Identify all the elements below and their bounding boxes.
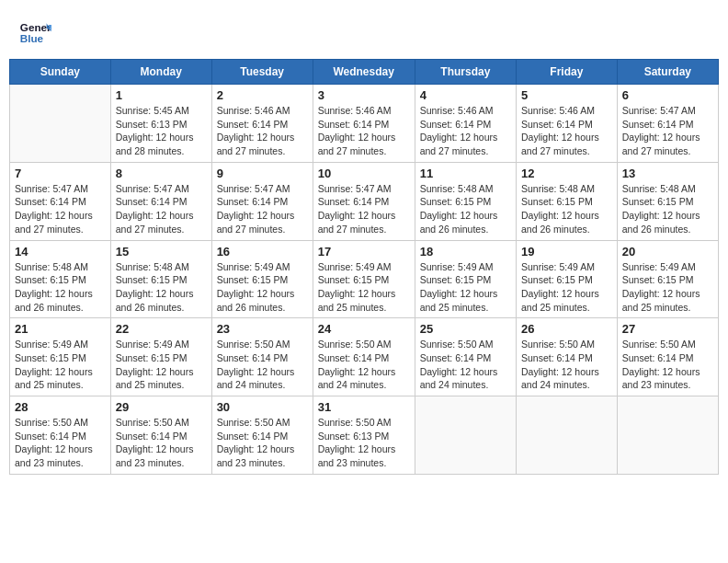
calendar-cell: 26Sunrise: 5:50 AMSunset: 6:14 PMDayligh… (517, 318, 618, 396)
day-number: 14 (15, 245, 106, 259)
day-number: 13 (622, 167, 713, 180)
day-info: Sunrise: 5:50 AMSunset: 6:14 PMDaylight:… (521, 338, 612, 392)
calendar-cell: 15Sunrise: 5:48 AMSunset: 6:15 PMDayligh… (110, 240, 211, 318)
day-info: Sunrise: 5:50 AMSunset: 6:14 PMDaylight:… (318, 338, 410, 392)
day-number: 3 (318, 88, 410, 102)
day-number: 12 (521, 167, 612, 180)
calendar-cell: 16Sunrise: 5:49 AMSunset: 6:15 PMDayligh… (211, 240, 313, 318)
day-info: Sunrise: 5:48 AMSunset: 6:15 PMDaylight:… (521, 182, 612, 236)
calendar-cell: 24Sunrise: 5:50 AMSunset: 6:14 PMDayligh… (313, 318, 415, 396)
calendar-cell (617, 396, 718, 475)
calendar-cell: 27Sunrise: 5:50 AMSunset: 6:14 PMDayligh… (617, 318, 718, 396)
day-info: Sunrise: 5:49 AMSunset: 6:15 PMDaylight:… (116, 338, 207, 392)
calendar-cell: 2Sunrise: 5:46 AMSunset: 6:14 PMDaylight… (211, 85, 313, 163)
header: General Blue (9, 9, 719, 53)
day-info: Sunrise: 5:50 AMSunset: 6:13 PMDaylight:… (318, 416, 410, 470)
day-number: 26 (521, 322, 612, 336)
calendar-cell: 5Sunrise: 5:46 AMSunset: 6:14 PMDaylight… (517, 85, 618, 163)
day-info: Sunrise: 5:47 AMSunset: 6:14 PMDaylight:… (622, 104, 713, 158)
calendar-cell: 20Sunrise: 5:49 AMSunset: 6:15 PMDayligh… (617, 240, 718, 318)
column-header-friday: Friday (517, 60, 618, 85)
day-number: 9 (217, 167, 308, 180)
day-info: Sunrise: 5:50 AMSunset: 6:14 PMDaylight:… (420, 338, 511, 392)
day-number: 22 (116, 322, 207, 336)
day-info: Sunrise: 5:49 AMSunset: 6:15 PMDaylight:… (420, 260, 511, 315)
day-number: 11 (420, 167, 511, 180)
day-number: 10 (318, 167, 410, 180)
day-info: Sunrise: 5:49 AMSunset: 6:15 PMDaylight:… (622, 260, 713, 315)
logo: General Blue (18, 17, 51, 50)
column-header-sunday: Sunday (10, 60, 111, 85)
calendar-cell: 19Sunrise: 5:49 AMSunset: 6:15 PMDayligh… (517, 240, 618, 318)
calendar-cell (10, 85, 111, 163)
week-row-5: 28Sunrise: 5:50 AMSunset: 6:14 PMDayligh… (10, 396, 719, 475)
calendar-cell: 17Sunrise: 5:49 AMSunset: 6:15 PMDayligh… (313, 240, 415, 318)
day-number: 27 (622, 322, 713, 336)
day-info: Sunrise: 5:46 AMSunset: 6:14 PMDaylight:… (420, 104, 511, 158)
column-header-thursday: Thursday (415, 60, 516, 85)
day-info: Sunrise: 5:46 AMSunset: 6:14 PMDaylight:… (521, 104, 612, 158)
calendar-cell: 14Sunrise: 5:48 AMSunset: 6:15 PMDayligh… (10, 240, 111, 318)
calendar-cell: 31Sunrise: 5:50 AMSunset: 6:13 PMDayligh… (313, 396, 415, 475)
calendar-cell: 29Sunrise: 5:50 AMSunset: 6:14 PMDayligh… (110, 396, 211, 475)
column-header-monday: Monday (110, 60, 211, 85)
calendar-cell: 9Sunrise: 5:47 AMSunset: 6:14 PMDaylight… (211, 162, 313, 240)
day-number: 6 (622, 88, 713, 102)
day-info: Sunrise: 5:50 AMSunset: 6:14 PMDaylight:… (217, 416, 308, 470)
week-row-4: 21Sunrise: 5:49 AMSunset: 6:15 PMDayligh… (10, 318, 719, 396)
day-info: Sunrise: 5:48 AMSunset: 6:15 PMDaylight:… (420, 182, 511, 236)
day-number: 7 (15, 167, 106, 180)
day-info: Sunrise: 5:48 AMSunset: 6:15 PMDaylight:… (15, 260, 106, 315)
day-info: Sunrise: 5:50 AMSunset: 6:14 PMDaylight:… (217, 338, 308, 392)
calendar-cell: 10Sunrise: 5:47 AMSunset: 6:14 PMDayligh… (313, 162, 415, 240)
column-header-saturday: Saturday (617, 60, 718, 85)
day-info: Sunrise: 5:49 AMSunset: 6:15 PMDaylight:… (521, 260, 612, 315)
day-info: Sunrise: 5:46 AMSunset: 6:14 PMDaylight:… (217, 104, 308, 158)
day-info: Sunrise: 5:49 AMSunset: 6:15 PMDaylight:… (318, 260, 410, 315)
day-info: Sunrise: 5:48 AMSunset: 6:15 PMDaylight:… (622, 182, 713, 236)
day-number: 23 (217, 322, 308, 336)
day-number: 2 (217, 88, 308, 102)
day-info: Sunrise: 5:47 AMSunset: 6:14 PMDaylight:… (318, 182, 410, 236)
day-info: Sunrise: 5:50 AMSunset: 6:14 PMDaylight:… (622, 338, 713, 392)
day-number: 8 (116, 167, 207, 180)
calendar-cell: 7Sunrise: 5:47 AMSunset: 6:14 PMDaylight… (10, 162, 111, 240)
calendar-cell: 12Sunrise: 5:48 AMSunset: 6:15 PMDayligh… (517, 162, 618, 240)
day-info: Sunrise: 5:47 AMSunset: 6:14 PMDaylight:… (217, 182, 308, 236)
calendar-cell: 4Sunrise: 5:46 AMSunset: 6:14 PMDaylight… (415, 85, 516, 163)
calendar-cell: 28Sunrise: 5:50 AMSunset: 6:14 PMDayligh… (10, 396, 111, 475)
calendar-cell: 18Sunrise: 5:49 AMSunset: 6:15 PMDayligh… (415, 240, 516, 318)
day-number: 4 (420, 88, 511, 102)
week-row-1: 1Sunrise: 5:45 AMSunset: 6:13 PMDaylight… (10, 85, 719, 163)
day-info: Sunrise: 5:48 AMSunset: 6:15 PMDaylight:… (116, 260, 207, 315)
day-info: Sunrise: 5:45 AMSunset: 6:13 PMDaylight:… (116, 104, 207, 158)
day-info: Sunrise: 5:49 AMSunset: 6:15 PMDaylight:… (15, 338, 106, 392)
day-number: 21 (15, 322, 106, 336)
calendar-cell (415, 396, 516, 475)
day-number: 29 (116, 400, 207, 414)
day-info: Sunrise: 5:50 AMSunset: 6:14 PMDaylight:… (116, 416, 207, 470)
day-number: 30 (217, 400, 308, 414)
day-number: 31 (318, 400, 410, 414)
day-number: 28 (15, 400, 106, 414)
day-info: Sunrise: 5:49 AMSunset: 6:15 PMDaylight:… (217, 260, 308, 315)
calendar-cell: 11Sunrise: 5:48 AMSunset: 6:15 PMDayligh… (415, 162, 516, 240)
calendar-cell: 21Sunrise: 5:49 AMSunset: 6:15 PMDayligh… (10, 318, 111, 396)
day-number: 18 (420, 245, 511, 259)
day-number: 17 (318, 245, 410, 259)
calendar-cell: 6Sunrise: 5:47 AMSunset: 6:14 PMDaylight… (617, 85, 718, 163)
calendar-cell: 30Sunrise: 5:50 AMSunset: 6:14 PMDayligh… (211, 396, 313, 475)
calendar-cell: 23Sunrise: 5:50 AMSunset: 6:14 PMDayligh… (211, 318, 313, 396)
svg-text:Blue: Blue (20, 32, 44, 44)
week-row-2: 7Sunrise: 5:47 AMSunset: 6:14 PMDaylight… (10, 162, 719, 240)
day-number: 24 (318, 322, 410, 336)
column-header-wednesday: Wednesday (313, 60, 415, 85)
day-number: 1 (116, 88, 207, 102)
day-number: 5 (521, 88, 612, 102)
logo-icon: General Blue (18, 17, 51, 50)
day-number: 20 (622, 245, 713, 259)
calendar-cell: 22Sunrise: 5:49 AMSunset: 6:15 PMDayligh… (110, 318, 211, 396)
calendar-cell (517, 396, 618, 475)
day-number: 25 (420, 322, 511, 336)
calendar-header-row: SundayMondayTuesdayWednesdayThursdayFrid… (10, 60, 719, 85)
